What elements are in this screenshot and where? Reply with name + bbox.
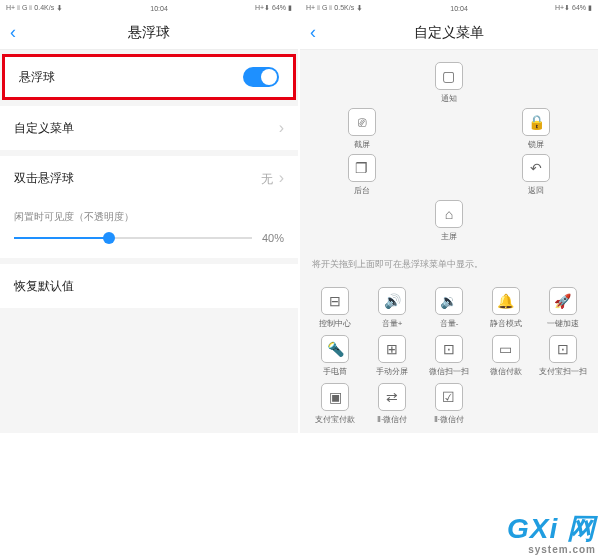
volume-down-icon: 🔉 bbox=[435, 287, 463, 315]
toggle-switch[interactable] bbox=[243, 67, 279, 87]
highlight-box: 悬浮球 bbox=[2, 54, 296, 100]
menu-item[interactable]: ⊞手动分屏 bbox=[365, 335, 419, 377]
recent-icon: ❐ bbox=[348, 154, 376, 182]
home-icon: ⌂ bbox=[435, 200, 463, 228]
menu-item[interactable]: ⇄Ⅱ·微信付 bbox=[365, 383, 419, 425]
screenshot-icon: ⎚ bbox=[348, 108, 376, 136]
notify-icon: ▢ bbox=[435, 62, 463, 90]
mute-icon: 🔔 bbox=[492, 287, 520, 315]
wechat2b-icon: ☑ bbox=[435, 383, 463, 411]
back-icon[interactable]: ‹ bbox=[10, 22, 16, 43]
statusbar-time: 10:04 bbox=[450, 5, 468, 12]
chevron-right-icon: › bbox=[279, 119, 284, 137]
volume-up-icon: 🔊 bbox=[378, 287, 406, 315]
chevron-right-icon: › bbox=[279, 169, 284, 186]
menu-item[interactable]: 🔉音量- bbox=[422, 287, 476, 329]
boost-icon: 🚀 bbox=[549, 287, 577, 315]
row-double-tap[interactable]: 双击悬浮球 无› bbox=[0, 156, 298, 200]
header: ‹ 自定义菜单 bbox=[300, 16, 598, 50]
watermark: GXi 网 system.com bbox=[507, 510, 596, 555]
page-title: 自定义菜单 bbox=[414, 24, 484, 42]
row-reset[interactable]: 恢复默认值 bbox=[0, 264, 298, 308]
row-floatball-toggle[interactable]: 悬浮球 bbox=[5, 57, 293, 97]
menu-item[interactable]: 🚀一键加速 bbox=[536, 287, 590, 329]
header: ‹ 悬浮球 bbox=[0, 16, 298, 50]
row-label: 悬浮球 bbox=[19, 69, 55, 86]
menu-item-recent[interactable]: ❐后台 bbox=[335, 154, 389, 196]
flashlight-icon: 🔦 bbox=[321, 335, 349, 363]
menu-item[interactable]: ☑Ⅱ·微信付 bbox=[422, 383, 476, 425]
active-menu-grid: ▢通知 ⎚截屏 🔒锁屏 ❐后台 ↶返回 ⌂主屏 bbox=[300, 50, 598, 250]
menu-item-home[interactable]: ⌂主屏 bbox=[422, 200, 476, 242]
statusbar: H+ ⫴ G ⫴ 0.4K/s ⬇ 10:04 H+⬇ 64% ▮ bbox=[0, 0, 298, 16]
back-icon[interactable]: ‹ bbox=[310, 22, 316, 43]
back-arrow-icon: ↶ bbox=[522, 154, 550, 182]
menu-item[interactable]: 🔔静音模式 bbox=[479, 287, 533, 329]
menu-item-screenshot[interactable]: ⎚截屏 bbox=[335, 108, 389, 150]
alipay-pay-icon: ▣ bbox=[321, 383, 349, 411]
menu-item-lock[interactable]: 🔒锁屏 bbox=[509, 108, 563, 150]
menu-item[interactable]: ⊡支付宝扫一扫 bbox=[536, 335, 590, 377]
slider-fill bbox=[14, 237, 109, 239]
statusbar-battery: H+⬇ 64% ▮ bbox=[255, 4, 292, 12]
opacity-slider-section: 闲置时可见度（不透明度） 40% bbox=[0, 200, 298, 258]
row-label: 恢复默认值 bbox=[14, 278, 74, 295]
menu-item[interactable]: ⊡微信扫一扫 bbox=[422, 335, 476, 377]
drag-hint: 将开关拖到上面即可在悬浮球菜单中显示。 bbox=[300, 250, 598, 279]
section-reset: 恢复默认值 bbox=[0, 264, 298, 308]
statusbar-network: H+ ⫴ G ⫴ 0.4K/s ⬇ bbox=[6, 4, 63, 12]
menu-item[interactable]: ▣支付宝付款 bbox=[308, 383, 362, 425]
statusbar: H+ ⫴ G ⫴ 0.5K/s ⬇ 10:04 H+⬇ 64% ▮ bbox=[300, 0, 598, 16]
opacity-slider[interactable] bbox=[14, 237, 252, 239]
wechat-pay-icon: ▭ bbox=[492, 335, 520, 363]
slider-value: 40% bbox=[262, 232, 284, 244]
split-screen-icon: ⊞ bbox=[378, 335, 406, 363]
slider-thumb[interactable] bbox=[103, 232, 115, 244]
statusbar-network: H+ ⫴ G ⫴ 0.5K/s ⬇ bbox=[306, 4, 363, 12]
section-options: 自定义菜单 › bbox=[0, 106, 298, 150]
available-menu-grid: ⊟控制中心 🔊音量+ 🔉音量- 🔔静音模式 🚀一键加速 🔦手电筒 ⊞手动分屏 ⊡… bbox=[300, 279, 598, 433]
menu-item[interactable]: 🔦手电筒 bbox=[308, 335, 362, 377]
screen-custom-menu: H+ ⫴ G ⫴ 0.5K/s ⬇ 10:04 H+⬇ 64% ▮ ‹ 自定义菜… bbox=[300, 0, 598, 433]
screen-floatball: H+ ⫴ G ⫴ 0.4K/s ⬇ 10:04 H+⬇ 64% ▮ ‹ 悬浮球 … bbox=[0, 0, 298, 433]
control-center-icon: ⊟ bbox=[321, 287, 349, 315]
row-label: 双击悬浮球 bbox=[14, 170, 74, 187]
row-label: 自定义菜单 bbox=[14, 120, 74, 137]
menu-item-back[interactable]: ↶返回 bbox=[509, 154, 563, 196]
page-title: 悬浮球 bbox=[128, 24, 170, 42]
row-value: 无 bbox=[261, 172, 273, 186]
menu-item[interactable]: ▭微信付款 bbox=[479, 335, 533, 377]
menu-item[interactable]: ⊟控制中心 bbox=[308, 287, 362, 329]
watermark-brand: GXi 网 bbox=[507, 513, 596, 544]
lock-icon: 🔒 bbox=[522, 108, 550, 136]
menu-item-notify[interactable]: ▢通知 bbox=[422, 62, 476, 104]
wechat-scan-icon: ⊡ bbox=[435, 335, 463, 363]
wechat2-icon: ⇄ bbox=[378, 383, 406, 411]
slider-label: 闲置时可见度（不透明度） bbox=[14, 210, 284, 224]
watermark-url: system.com bbox=[507, 544, 596, 555]
menu-item[interactable]: 🔊音量+ bbox=[365, 287, 419, 329]
statusbar-time: 10:04 bbox=[150, 5, 168, 12]
section-double-tap: 双击悬浮球 无› bbox=[0, 156, 298, 200]
row-custom-menu[interactable]: 自定义菜单 › bbox=[0, 106, 298, 150]
alipay-scan-icon: ⊡ bbox=[549, 335, 577, 363]
statusbar-battery: H+⬇ 64% ▮ bbox=[555, 4, 592, 12]
